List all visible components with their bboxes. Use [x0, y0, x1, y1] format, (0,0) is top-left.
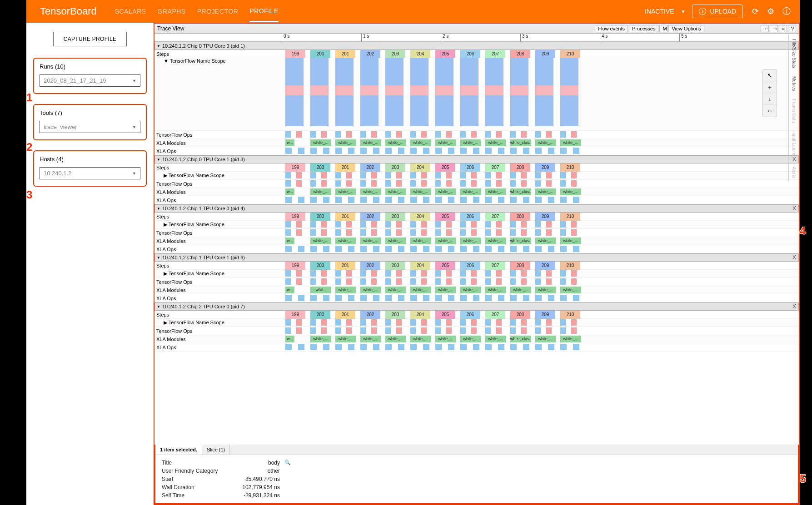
xla-module-block[interactable]: while_...	[460, 139, 481, 146]
op-block[interactable]	[335, 319, 341, 326]
step-cell[interactable]: 204	[410, 163, 430, 172]
capture-profile-button[interactable]: CAPTURE PROFILE	[53, 32, 127, 46]
op-block[interactable]	[396, 221, 402, 228]
flame-block[interactable]	[385, 58, 404, 126]
flame-block[interactable]	[510, 58, 528, 126]
xla-op-block[interactable]	[560, 148, 567, 154]
op-block[interactable]	[360, 180, 366, 187]
xla-op-block[interactable]	[373, 295, 379, 301]
xla-module-block[interactable]: while_...	[310, 188, 331, 195]
op-block[interactable]	[560, 278, 566, 285]
step-cell[interactable]: 210	[560, 213, 580, 221]
op-block[interactable]	[310, 180, 316, 187]
xla-op-block[interactable]	[348, 246, 354, 252]
op-block[interactable]	[535, 221, 541, 228]
xla-op-block[interactable]	[548, 197, 554, 203]
op-block[interactable]	[546, 270, 552, 277]
op-block[interactable]	[360, 229, 366, 236]
op-block[interactable]	[471, 270, 477, 277]
xla-op-block[interactable]	[423, 148, 429, 154]
step-cell[interactable]: 209	[535, 311, 555, 319]
op-block[interactable]	[421, 278, 427, 285]
xla-module-block[interactable]: while_...	[360, 139, 381, 146]
step-cell[interactable]: 199	[285, 50, 305, 58]
row-label-namescope[interactable]: ▶ TensorFlow Name Scope	[154, 173, 282, 178]
xla-op-block[interactable]	[523, 246, 529, 252]
op-block[interactable]	[421, 180, 427, 187]
xla-module-block[interactable]: while_clus...	[510, 336, 531, 342]
op-block[interactable]	[460, 270, 466, 277]
xla-op-block[interactable]	[573, 246, 579, 252]
op-block[interactable]	[485, 221, 491, 228]
xla-module-block[interactable]: while_...	[310, 139, 331, 146]
op-block[interactable]	[546, 327, 552, 334]
op-block[interactable]	[521, 221, 527, 228]
xla-op-block[interactable]	[398, 295, 404, 301]
nav-right-button[interactable]: →	[770, 25, 778, 32]
op-block[interactable]	[385, 278, 391, 285]
slice-tab[interactable]: Slice (1)	[202, 445, 230, 455]
flame-block[interactable]	[535, 58, 553, 126]
tab-input-latency[interactable]: Input Latency	[789, 129, 797, 161]
xla-op-block[interactable]	[535, 344, 542, 350]
xla-op-block[interactable]	[473, 295, 479, 301]
xla-op-block[interactable]	[560, 197, 567, 203]
nav-help-button[interactable]: ?	[788, 25, 796, 32]
step-cell[interactable]: 205	[435, 311, 455, 319]
flame-block[interactable]	[435, 58, 453, 126]
step-cell[interactable]: 210	[560, 163, 580, 172]
op-block[interactable]	[485, 327, 491, 334]
op-block[interactable]	[571, 180, 577, 187]
op-block[interactable]	[510, 327, 516, 334]
xla-module-block[interactable]: while_...	[385, 188, 406, 195]
op-block[interactable]	[360, 327, 366, 334]
op-block[interactable]	[521, 270, 527, 277]
op-block[interactable]	[521, 319, 527, 326]
xla-op-block[interactable]	[410, 295, 417, 301]
nav-scalars[interactable]: SCALARS	[115, 1, 146, 21]
step-cell[interactable]: 205	[435, 163, 455, 172]
nav-left-button[interactable]: ←	[761, 25, 769, 32]
xla-op-block[interactable]	[335, 246, 342, 252]
step-cell[interactable]: 199	[285, 311, 305, 319]
op-block[interactable]	[285, 180, 291, 187]
op-block[interactable]	[296, 278, 302, 285]
xla-op-block[interactable]	[573, 148, 579, 154]
xla-op-block[interactable]	[298, 246, 304, 252]
xla-op-block[interactable]	[423, 197, 429, 203]
gear-icon[interactable]: ⚙	[767, 6, 774, 16]
op-block[interactable]	[296, 270, 302, 277]
flame-block[interactable]	[335, 58, 354, 126]
op-block[interactable]	[560, 319, 566, 326]
xla-op-block[interactable]	[535, 197, 542, 203]
xla-op-block[interactable]	[485, 148, 492, 154]
op-block[interactable]	[346, 172, 352, 178]
op-block[interactable]	[560, 172, 566, 178]
op-block[interactable]	[421, 172, 427, 178]
view-options-button[interactable]: View Options	[668, 25, 704, 32]
op-block[interactable]	[385, 180, 391, 187]
op-block[interactable]	[396, 319, 402, 326]
xla-op-block[interactable]	[510, 197, 517, 203]
xla-op-block[interactable]	[298, 148, 304, 154]
flame-block[interactable]	[460, 58, 478, 126]
op-block[interactable]	[360, 131, 366, 138]
step-cell[interactable]: 206	[460, 213, 480, 221]
xla-op-block[interactable]	[510, 246, 517, 252]
xla-op-block[interactable]	[285, 197, 292, 203]
op-block[interactable]	[346, 270, 352, 277]
op-block[interactable]	[521, 180, 527, 187]
op-block[interactable]	[446, 131, 452, 138]
op-block[interactable]	[296, 131, 302, 138]
op-block[interactable]	[335, 131, 341, 138]
op-block[interactable]	[371, 172, 377, 178]
op-block[interactable]	[496, 180, 502, 187]
xla-op-block[interactable]	[535, 295, 542, 301]
op-block[interactable]	[571, 327, 577, 334]
step-cell[interactable]: 202	[360, 262, 380, 270]
op-block[interactable]	[435, 131, 441, 138]
xla-op-block[interactable]	[573, 344, 579, 350]
xla-op-block[interactable]	[323, 197, 329, 203]
xla-module-block[interactable]: w...	[285, 287, 294, 293]
step-cell[interactable]: 201	[335, 213, 355, 221]
